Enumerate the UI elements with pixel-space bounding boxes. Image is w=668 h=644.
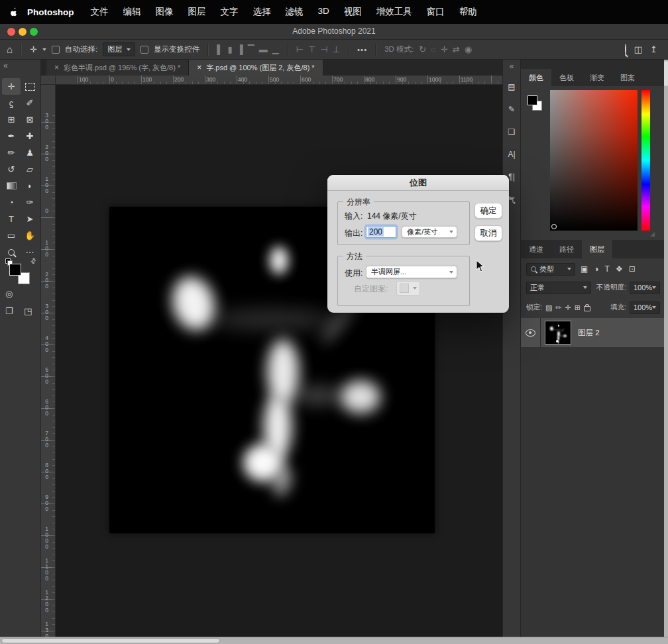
output-unit-select[interactable]: 像素/英寸 <box>402 226 457 238</box>
layer-row[interactable]: 图层 2 <box>521 318 664 347</box>
pen-tool[interactable]: ✑ <box>21 194 39 211</box>
frame-tool[interactable]: ⊠ <box>21 111 39 128</box>
scrollbar-thumb[interactable] <box>664 61 668 86</box>
scrollbar-thumb[interactable] <box>1 638 220 643</box>
healing-brush-tool[interactable]: ✚ <box>21 128 39 144</box>
character-panel-icon[interactable]: A| <box>503 150 520 159</box>
dodge-tool[interactable]: ◔ <box>2 194 21 211</box>
menu-item-10[interactable]: 窗口 <box>419 6 452 18</box>
menu-item-11[interactable]: 帮助 <box>452 6 484 18</box>
properties-panel-icon[interactable]: ▤ <box>503 82 520 91</box>
document-tab-2[interactable]: ×字.psd @ 100% (图层 2, 灰色/8) * <box>189 60 323 76</box>
align-bottom-icon[interactable]: ▁ <box>272 45 279 54</box>
align-middle-icon[interactable]: ▬ <box>259 45 268 54</box>
menu-item-6[interactable]: 滤镜 <box>278 6 311 18</box>
zoom-window-button[interactable] <box>30 28 38 36</box>
lasso-tool[interactable]: ϛ <box>2 95 21 111</box>
opacity-dropdown[interactable]: 100% <box>630 282 660 294</box>
show-transform-checkbox[interactable] <box>140 46 148 54</box>
panel-tab-2[interactable]: 图层 <box>582 240 612 258</box>
quick-mask-icon[interactable]: ◎ <box>5 289 13 299</box>
menu-item-7[interactable]: 3D <box>311 6 337 18</box>
panel-tab-0[interactable]: 通道 <box>521 240 551 258</box>
crop-tool[interactable]: ⊞ <box>2 111 21 128</box>
apple-icon[interactable] <box>9 7 18 17</box>
menu-item-8[interactable]: 视图 <box>337 6 369 18</box>
type-tool[interactable]: T <box>2 211 21 227</box>
vertical-ruler[interactable]: 3002001000100200300400500600700800900100… <box>41 85 56 637</box>
document-tab-1[interactable]: ×彩色半调.psd @ 196% (字, 灰色/8) * <box>46 60 189 76</box>
output-resolution-input[interactable]: 200 <box>366 226 396 238</box>
collapse-tools-icon[interactable]: « <box>3 61 8 70</box>
color-tab-2[interactable]: 渐变 <box>582 69 612 86</box>
distribute-left-icon[interactable]: ⊢ <box>296 45 304 54</box>
panel-resize-grip[interactable]: ◢ <box>650 231 655 237</box>
brush-settings-panel-icon[interactable]: ✎ <box>503 105 520 114</box>
auto-select-dropdown[interactable]: 图层 <box>103 42 135 56</box>
color-tab-1[interactable]: 色板 <box>551 69 582 86</box>
hue-slider[interactable] <box>641 90 650 231</box>
more-options-icon[interactable]: ••• <box>357 46 367 54</box>
auto-select-checkbox[interactable] <box>52 46 60 54</box>
vertical-scrollbar[interactable] <box>664 60 668 637</box>
dialog-title[interactable]: 位图 <box>327 175 509 191</box>
lock-all-icon[interactable] <box>584 303 590 311</box>
close-window-button[interactable] <box>7 28 15 36</box>
lock-artboard-icon[interactable]: ⊞ <box>575 303 581 312</box>
tab-close-icon[interactable]: × <box>54 63 59 72</box>
horizontal-ruler[interactable]: 100010020030040050060070080090010001100 <box>56 76 502 85</box>
3d-roll-icon[interactable]: ◌ <box>431 45 436 54</box>
color-tab-0[interactable]: 颜色 <box>521 69 551 86</box>
move-tool-preset-icon[interactable]: ✛ <box>30 45 37 54</box>
menu-item-2[interactable]: 图像 <box>148 6 181 18</box>
filter-pixel-layers-icon[interactable]: ▣ <box>581 264 588 274</box>
collapse-panels-icon[interactable]: « <box>503 62 520 71</box>
menu-item-0[interactable]: 文件 <box>84 6 116 18</box>
brush-tool[interactable]: ✏ <box>2 144 21 161</box>
lock-pixels-icon[interactable]: ✏ <box>555 303 561 312</box>
eyedropper-tool[interactable]: ✒ <box>2 128 21 144</box>
3d-pan-icon[interactable]: ✛ <box>441 45 448 54</box>
bitmap-dialog[interactable]: 位图 分辨率 输入: 144 像素/英寸 输出: 200 像素/英寸 确定 取消… <box>327 175 509 313</box>
menu-item-9[interactable]: 增效工具 <box>369 6 419 18</box>
align-center-h-icon[interactable]: ▮ <box>227 45 232 54</box>
distribute-center-icon[interactable]: ⊤ <box>308 45 315 54</box>
filter-type-layers-icon[interactable]: T <box>605 264 610 274</box>
distribute-right-icon[interactable]: ⊣ <box>320 45 327 54</box>
menu-item-3[interactable]: 图层 <box>181 6 213 18</box>
align-right-icon[interactable]: ▐ <box>237 45 243 54</box>
color-tab-3[interactable]: 图案 <box>612 69 643 86</box>
filter-shape-layers-icon[interactable]: ❖ <box>616 264 623 274</box>
lock-transparent-icon[interactable]: ▨ <box>545 303 552 312</box>
hand-tool[interactable]: ✋ <box>21 227 39 244</box>
rectangle-tool[interactable]: ▭ <box>2 227 21 244</box>
gradient-tool[interactable] <box>2 178 21 194</box>
filter-smart-objects-icon[interactable]: ⊡ <box>629 264 636 274</box>
chevron-down-icon[interactable] <box>42 48 46 51</box>
move-tool[interactable]: ✛ <box>2 78 21 95</box>
fill-dropdown[interactable]: 100% <box>630 301 660 314</box>
minimize-window-button[interactable] <box>19 28 27 36</box>
app-name[interactable]: Photoshop <box>22 7 84 17</box>
path-selection-tool[interactable]: ➤ <box>21 211 39 227</box>
quick-selection-tool[interactable]: ✐ <box>21 95 39 111</box>
home-icon[interactable]: ⌂ <box>7 44 13 54</box>
screen-mode-icon[interactable]: ❐ <box>5 306 13 316</box>
tab-close-icon[interactable]: × <box>197 63 201 72</box>
eraser-tool[interactable]: ▱ <box>21 161 39 178</box>
clone-source-panel-icon[interactable]: ❏ <box>503 127 520 136</box>
workspaces-icon[interactable]: ◫ <box>634 45 642 54</box>
distribute-bottom-icon[interactable]: ⊥ <box>333 45 340 54</box>
use-method-select[interactable]: 半调网屏... <box>366 266 457 278</box>
color-field[interactable] <box>550 90 638 231</box>
ok-button[interactable]: 确定 <box>474 203 502 219</box>
filter-adjustment-layers-icon[interactable]: ◑ <box>594 264 598 274</box>
foreground-color-swatch[interactable] <box>9 264 21 276</box>
lock-position-icon[interactable]: ✛ <box>565 303 571 312</box>
clone-stamp-tool[interactable]: ♟ <box>21 144 39 161</box>
layer-visibility-toggle[interactable] <box>521 318 541 347</box>
3d-slide-icon[interactable]: ⇄ <box>453 45 460 54</box>
menu-item-5[interactable]: 选择 <box>246 6 278 18</box>
history-brush-tool[interactable]: ↺ <box>2 161 21 178</box>
blend-mode-dropdown[interactable]: 正常 <box>526 282 591 294</box>
